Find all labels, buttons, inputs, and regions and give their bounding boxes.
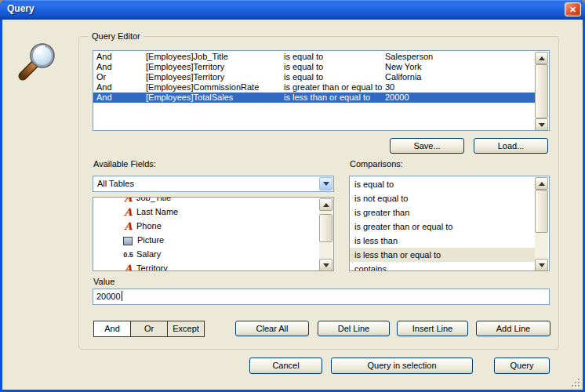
available-fields-list[interactable]: AJob_TitleALast NameAPhonePicture0.5Sala…	[93, 197, 334, 271]
value-text: 20000	[96, 292, 121, 301]
comparison-item[interactable]: is greater than or equal to	[350, 220, 536, 234]
condition-operator: is equal to	[284, 62, 323, 72]
scrollbar-thumb[interactable]	[319, 214, 332, 242]
title-bar[interactable]: Query ✕	[0, 0, 585, 20]
resize-grip[interactable]	[571, 378, 582, 389]
condition-operator: is equal to	[284, 72, 323, 82]
comparison-item[interactable]: is greater than	[350, 205, 536, 220]
scroll-down-button[interactable]	[535, 259, 548, 271]
query-conditions-rows: And[Employees]Job_Titleis equal toSalesp…	[93, 52, 536, 103]
condition-conjunction: And	[96, 93, 112, 103]
condition-conjunction: And	[96, 62, 112, 72]
dialog-client-area: Query Editor And[Employees]Job_Titleis e…	[2, 20, 583, 390]
load-button[interactable]: Load...	[474, 138, 548, 154]
cancel-button[interactable]: Cancel	[249, 358, 322, 374]
conjunction-or-button[interactable]: Or	[131, 321, 167, 336]
text-caret	[122, 291, 122, 301]
scrollbar-thumb[interactable]	[535, 190, 548, 233]
condition-field: [Employees]Territory	[146, 72, 224, 82]
scroll-down-button[interactable]	[319, 259, 332, 271]
comparison-item[interactable]: is less than or equal to	[350, 248, 536, 262]
query-button[interactable]: Query	[494, 358, 550, 374]
field-item[interactable]: ATerritory	[93, 261, 320, 271]
table-selector-value: All Tables	[97, 178, 134, 190]
query-condition-row[interactable]: And[Employees]CommissionRateis greater t…	[93, 82, 536, 93]
condition-field: [Employees]Job_Title	[146, 52, 228, 62]
alpha-field-icon: A	[122, 220, 134, 234]
condition-field: [Employees]Territory	[146, 62, 224, 72]
condition-operator: is greater than or equal to	[284, 82, 382, 93]
alpha-field-icon: A	[122, 205, 134, 220]
scroll-up-button[interactable]	[535, 52, 548, 64]
scroll-up-button[interactable]	[319, 198, 332, 211]
picture-field-icon	[123, 237, 133, 245]
scroll-up-button[interactable]	[535, 177, 548, 190]
comparison-item[interactable]: is less than	[350, 234, 536, 248]
field-items: AJob_TitleALast NameAPhonePicture0.5Sala…	[93, 198, 320, 271]
condition-value: 30	[385, 82, 394, 93]
conjunction-except-button[interactable]: Except	[168, 321, 204, 336]
del-line-button[interactable]: Del Line	[318, 321, 390, 336]
clear-all-button[interactable]: Clear All	[235, 321, 309, 336]
comparison-item[interactable]: contains	[350, 262, 536, 271]
up-arrow-icon	[539, 56, 545, 60]
query-condition-row[interactable]: And[Employees]Territoryis equal toNew Yo…	[93, 62, 536, 72]
down-arrow-icon	[323, 263, 329, 267]
fields-list-scrollbar[interactable]	[319, 198, 332, 271]
scroll-down-button[interactable]	[535, 118, 548, 131]
query-window: Query ✕ Query Edi	[0, 0, 585, 392]
field-item-label: Last Name	[136, 207, 178, 216]
condition-field: [Employees]CommissionRate	[146, 82, 259, 93]
scrollbar-thumb[interactable]	[535, 64, 548, 118]
condition-value: Salesperson	[385, 52, 433, 62]
close-button[interactable]: ✕	[565, 2, 581, 16]
field-item-label: Territory	[136, 263, 168, 271]
save-button[interactable]: Save...	[390, 138, 464, 154]
comparison-items: is equal tois not equal tois greater tha…	[350, 177, 536, 271]
condition-operator: is less than or equal to	[284, 93, 370, 103]
field-item-label: Salary	[136, 249, 161, 259]
condition-conjunction: And	[96, 82, 112, 93]
up-arrow-icon	[539, 182, 545, 186]
value-label: Value	[93, 277, 114, 286]
field-item-label: Picture	[137, 235, 164, 245]
query-list-scrollbar[interactable]	[535, 52, 548, 131]
query-condition-row[interactable]: Or[Employees]Territoryis equal toCalifor…	[93, 72, 536, 82]
chevron-down-icon	[323, 182, 329, 186]
condition-field: [Employees]TotalSales	[146, 93, 233, 103]
add-line-button[interactable]: Add Line	[476, 321, 550, 336]
query-conditions-list[interactable]: And[Employees]Job_Titleis equal toSalesp…	[93, 50, 550, 131]
comparison-item[interactable]: is not equal to	[350, 191, 536, 205]
field-item[interactable]: APhone	[93, 219, 320, 233]
query-editor-group-label: Query Editor	[89, 31, 144, 41]
field-item[interactable]: AJob_Title	[93, 197, 320, 205]
magnifier-icon	[13, 38, 60, 85]
table-selector[interactable]: All Tables	[93, 176, 334, 192]
comparisons-list-scrollbar[interactable]	[535, 177, 548, 271]
alpha-field-icon: A	[122, 262, 134, 271]
field-item[interactable]: Picture	[93, 233, 320, 247]
field-item[interactable]: 0.5Salary	[93, 247, 320, 261]
comparisons-label: Comparisons:	[350, 159, 403, 169]
conjunction-and-button[interactable]: And	[94, 321, 130, 336]
number-field-icon: 0.5	[122, 248, 134, 262]
comparison-item[interactable]: is equal to	[350, 177, 536, 191]
field-item-label: Phone	[136, 221, 162, 230]
window-title: Query	[7, 3, 35, 14]
down-arrow-icon	[539, 263, 545, 267]
table-selector-dropdown-button[interactable]	[319, 177, 332, 191]
condition-value: 20000	[385, 93, 409, 103]
query-in-selection-button[interactable]: Query in selection	[331, 358, 473, 374]
down-arrow-icon	[539, 123, 545, 127]
insert-line-button[interactable]: Insert Line	[397, 321, 468, 336]
value-input[interactable]: 20000	[93, 289, 550, 305]
condition-operator: is equal to	[284, 52, 323, 62]
query-condition-row[interactable]: And[Employees]Job_Titleis equal toSalesp…	[93, 52, 536, 62]
query-condition-row[interactable]: And[Employees]TotalSalesis less than or …	[93, 93, 536, 103]
available-fields-label: Available Fields:	[93, 159, 156, 169]
comparisons-list[interactable]: is equal tois not equal tois greater tha…	[349, 176, 550, 271]
field-item[interactable]: ALast Name	[93, 205, 320, 219]
condition-value: New York	[385, 62, 421, 72]
field-item-label: Job_Title	[136, 197, 171, 202]
condition-conjunction: Or	[96, 72, 106, 82]
